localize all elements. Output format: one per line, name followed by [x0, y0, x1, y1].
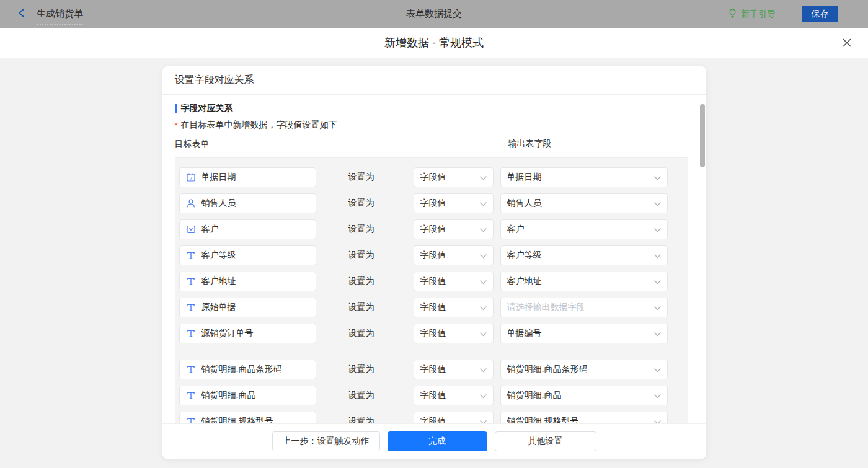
chevron-down-icon — [654, 390, 661, 401]
output-select[interactable]: 销货明细.商品 — [500, 386, 668, 405]
set-as-label: 设置为 — [316, 198, 414, 209]
mode-select-value: 字段值 — [420, 302, 446, 313]
text-icon — [186, 276, 196, 286]
chevron-down-icon — [654, 302, 661, 313]
output-select[interactable]: 销售人员 — [500, 193, 668, 213]
mode-select[interactable]: 字段值 — [414, 167, 494, 187]
save-button[interactable]: 保存 — [802, 6, 838, 22]
target-field[interactable]: 销货明细.商品条形码 — [179, 360, 316, 379]
target-field-label: 客户 — [202, 224, 219, 235]
target-field[interactable]: 客户等级 — [179, 245, 316, 265]
select-icon — [186, 224, 196, 234]
output-select-value: 销货明细.规格型号 — [507, 416, 579, 423]
done-button[interactable]: 完成 — [388, 431, 487, 451]
output-select[interactable]: 客户 — [500, 219, 668, 239]
text-icon — [186, 302, 196, 312]
other-settings-button[interactable]: 其他设置 — [495, 431, 596, 451]
output-select[interactable]: 单据编号 — [500, 324, 668, 343]
output-select-value: 单据日期 — [507, 172, 542, 183]
output-select-value: 销货明细.商品 — [507, 390, 562, 401]
output-select-value: 请选择输出数据字段 — [507, 302, 585, 313]
chevron-down-icon — [480, 364, 487, 375]
output-select[interactable]: 销货明细.规格型号 — [500, 412, 668, 423]
mapping-rows-area: 7 单据日期 设置为 字段值 单据日期 销售人员 设置为 字段值 — [175, 158, 688, 423]
mode-select[interactable]: 字段值 — [414, 272, 494, 291]
back-button[interactable]: 生成销货单 — [17, 3, 83, 25]
chevron-down-icon — [480, 250, 487, 261]
chevron-down-icon — [480, 172, 487, 183]
set-as-label: 设置为 — [316, 172, 414, 183]
back-label: 生成销货单 — [37, 8, 83, 25]
chevron-down-icon — [480, 276, 487, 287]
guide-link[interactable]: 新手引导 — [728, 8, 776, 20]
output-select-value: 客户地址 — [507, 276, 542, 287]
text-icon — [186, 364, 196, 374]
target-field[interactable]: 7 单据日期 — [179, 167, 316, 187]
dialog-header: 新增数据 - 常规模式 — [0, 28, 868, 58]
mode-select[interactable]: 字段值 — [414, 298, 494, 317]
panel-title: 设置字段对应关系 — [162, 66, 706, 95]
output-select[interactable]: 请选择输出数据字段 — [500, 298, 668, 317]
mode-select[interactable]: 字段值 — [414, 245, 494, 265]
accent-bar — [175, 104, 177, 113]
mode-select-value: 字段值 — [420, 390, 446, 401]
mode-select[interactable]: 字段值 — [414, 219, 494, 239]
text-icon — [186, 391, 196, 400]
set-as-label: 设置为 — [316, 416, 414, 423]
mode-select[interactable]: 字段值 — [414, 360, 494, 379]
target-field[interactable]: 销货明细.商品 — [179, 386, 316, 405]
svg-text:7: 7 — [189, 175, 192, 181]
mode-select-value: 字段值 — [420, 276, 446, 287]
mode-select[interactable]: 字段值 — [414, 386, 494, 405]
target-field[interactable]: 客户 — [179, 219, 316, 239]
mode-select-value: 字段值 — [420, 416, 446, 423]
text-icon — [186, 250, 196, 260]
target-field[interactable]: 源销货订单号 — [179, 324, 316, 343]
scrollbar-thumb[interactable] — [700, 104, 705, 167]
output-select[interactable]: 客户等级 — [500, 245, 668, 265]
mapping-row: 销货明细.商品 设置为 字段值 销货明细.商品 — [179, 386, 688, 405]
back-chevron-icon — [17, 8, 26, 20]
target-field[interactable]: 原始单据 — [179, 298, 316, 317]
target-field-label: 客户地址 — [202, 276, 236, 287]
target-field-label: 单据日期 — [202, 172, 236, 183]
mode-select-value: 字段值 — [420, 198, 446, 209]
output-select-value: 单据编号 — [507, 328, 542, 339]
mapping-row: 客户等级 设置为 字段值 客户等级 — [179, 245, 688, 265]
mode-select[interactable]: 字段值 — [414, 412, 494, 423]
chevron-down-icon — [480, 198, 487, 209]
mapping-row: 销售人员 设置为 字段值 销售人员 — [179, 193, 688, 213]
target-field[interactable]: 客户地址 — [179, 272, 316, 291]
mapping-row: 原始单据 设置为 字段值 请选择输出数据字段 — [179, 298, 688, 317]
target-field-label: 客户等级 — [202, 250, 236, 261]
mode-select-value: 字段值 — [420, 328, 446, 339]
mapping-section: 字段对应关系 * 在目标表单中新增数据，字段值设置如下 目标表单 输出表字段 — [162, 95, 706, 158]
mapping-row: 销货明细.商品条形码 设置为 字段值 销货明细.商品条形码 — [179, 360, 688, 379]
target-field[interactable]: 销货明细.规格型号 — [179, 412, 316, 423]
column-header-output: 输出表字段 — [508, 138, 552, 149]
target-field[interactable]: 销售人员 — [179, 193, 316, 213]
target-field-label: 销货明细.规格型号 — [202, 416, 273, 423]
output-select[interactable]: 销货明细.商品条形码 — [500, 360, 668, 379]
output-select-value: 销售人员 — [507, 198, 542, 209]
mode-select-value: 字段值 — [420, 172, 446, 183]
output-select[interactable]: 客户地址 — [500, 272, 668, 291]
set-as-label: 设置为 — [316, 328, 414, 339]
field-mapping-panel: 设置字段对应关系 字段对应关系 * 在目标表单中新增数据，字段值设置如下 目标表… — [162, 66, 706, 459]
chevron-down-icon — [654, 328, 661, 339]
previous-step-button[interactable]: 上一步：设置触发动作 — [272, 431, 380, 451]
section-title-label: 字段对应关系 — [181, 103, 233, 114]
mode-select[interactable]: 字段值 — [414, 193, 494, 213]
close-button[interactable] — [841, 37, 853, 49]
set-as-label: 设置为 — [316, 302, 414, 313]
target-field-label: 销货明细.商品 — [202, 390, 256, 401]
output-select-value: 客户 — [507, 224, 525, 235]
chevron-down-icon — [654, 416, 661, 423]
chevron-down-icon — [654, 172, 661, 183]
close-icon — [842, 38, 852, 48]
chevron-down-icon — [654, 250, 661, 261]
output-select-value: 客户等级 — [507, 250, 542, 261]
output-select[interactable]: 单据日期 — [500, 167, 668, 187]
mode-select[interactable]: 字段值 — [414, 324, 494, 343]
chevron-down-icon — [654, 276, 661, 287]
